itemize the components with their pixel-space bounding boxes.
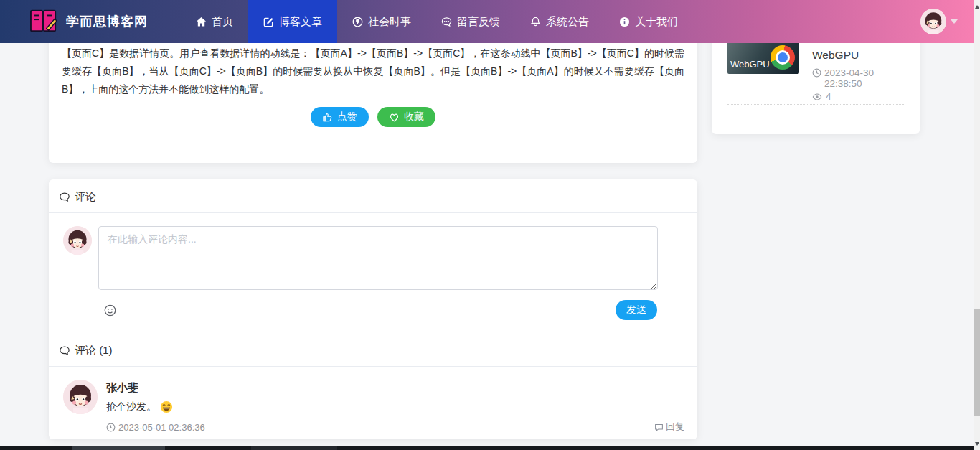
thumbnail-label: WebGPU xyxy=(730,59,770,70)
nav-item-announcements[interactable]: 系统公告 xyxy=(515,0,604,43)
clock-icon xyxy=(812,68,821,78)
comment-content: 抢个沙发。 xyxy=(106,400,683,413)
comment-icon xyxy=(59,192,70,203)
bell-icon xyxy=(530,17,541,27)
clock-icon xyxy=(106,423,116,432)
top-navbar: 学而思博客网 首页 博客文章 社会时事 留言反馈 xyxy=(0,0,974,43)
nav-menu: 首页 博客文章 社会时事 留言反馈 xyxy=(181,0,693,43)
post-thumbnail[interactable]: WebGPU xyxy=(727,41,799,74)
globe-pin-icon xyxy=(352,17,363,27)
comment-form-toolbar: 发送 xyxy=(49,290,697,320)
brand[interactable]: 学而思博客网 xyxy=(29,8,148,35)
user-avatar[interactable] xyxy=(920,9,946,34)
book-logo-icon xyxy=(29,8,59,35)
post-date: 2023-04-30 22:38:50 xyxy=(812,67,908,89)
reply-bubble-icon xyxy=(654,423,664,432)
emoji-picker-icon[interactable] xyxy=(104,304,116,317)
info-icon xyxy=(619,17,630,27)
comment-count-header: 评论 (1) xyxy=(49,333,697,366)
site-title: 学而思博客网 xyxy=(66,13,148,30)
favorite-button[interactable]: 收藏 xyxy=(377,107,435,127)
article-actions: 点赞 收藏 xyxy=(49,107,697,127)
grinning-face-emoji xyxy=(160,400,173,413)
comment-author: 张小斐 xyxy=(106,380,683,395)
send-comment-button[interactable]: 发送 xyxy=(616,300,657,320)
dotted-divider xyxy=(727,104,904,105)
scrollbar[interactable] xyxy=(974,0,980,450)
chat-bubble-icon xyxy=(441,17,452,27)
comment-input[interactable] xyxy=(98,226,658,290)
thumbs-up-icon xyxy=(322,112,333,123)
nav-item-feedback[interactable]: 留言反馈 xyxy=(426,0,515,43)
like-button[interactable]: 点赞 xyxy=(311,107,369,127)
comment-form xyxy=(49,213,697,290)
post-views: 4 xyxy=(812,91,908,102)
comment-card: 评论 发送 评论 (1) xyxy=(49,179,697,439)
reply-button[interactable]: 回复 xyxy=(654,421,684,433)
scrollbar-thumb[interactable] xyxy=(974,309,980,416)
nav-item-about-us[interactable]: 关于我们 xyxy=(604,0,693,43)
comment-timestamp: 2023-05-01 02:36:36 xyxy=(106,422,205,433)
chrome-logo-icon xyxy=(771,45,795,70)
scrollbar-down-arrow[interactable] xyxy=(974,439,980,449)
footer-strip xyxy=(0,446,974,450)
current-user-avatar xyxy=(63,226,92,255)
article-paragraph: 【页面C】是数据详情页。用户查看数据详情的动线是：【页面A】->【页面B】->【… xyxy=(62,44,684,98)
comment-icon xyxy=(59,345,70,357)
comments-header: 评论 xyxy=(49,179,697,212)
nav-item-blog-articles[interactable]: 博客文章 xyxy=(248,0,337,43)
scrollbar-up-arrow[interactable] xyxy=(974,1,980,11)
home-icon xyxy=(196,17,207,27)
comment-item: 张小斐 抢个沙发。 2023-05-01 02:36:36 xyxy=(49,367,697,433)
nav-item-home[interactable]: 首页 xyxy=(181,0,248,43)
eye-icon xyxy=(812,92,822,102)
user-menu[interactable] xyxy=(920,9,958,34)
chevron-down-icon xyxy=(951,19,958,24)
nav-item-social-news[interactable]: 社会时事 xyxy=(337,0,426,43)
edit-icon xyxy=(263,17,274,27)
commenter-avatar xyxy=(63,380,98,414)
heart-icon xyxy=(389,112,400,123)
